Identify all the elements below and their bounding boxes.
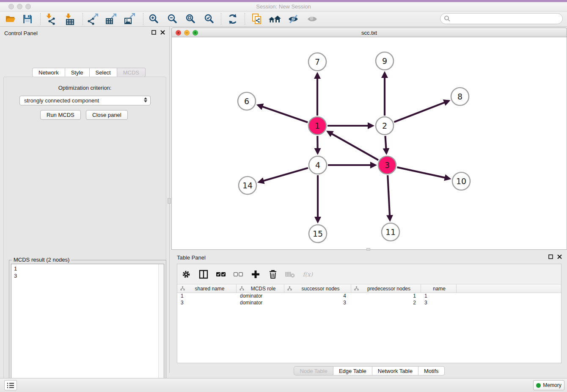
deselect-all-icon[interactable] (233, 269, 244, 280)
column-type-icon (180, 286, 185, 291)
graph-edge[interactable] (397, 167, 450, 179)
two-houses-icon[interactable] (268, 13, 281, 25)
table-panel-tabs: Node Table Edge Table Network Table Moti… (171, 366, 567, 375)
column-icon[interactable] (198, 269, 209, 280)
control-panel-tabs: Network Style Select MCDS (32, 68, 146, 77)
column-header-mcds-role[interactable]: MCDS role (237, 284, 284, 293)
horizontal-splitter-handle[interactable] (366, 248, 370, 251)
control-panel-title: Control Panel (4, 30, 38, 36)
float-panel-icon[interactable] (548, 254, 553, 259)
memory-label: Memory (543, 382, 561, 388)
tab-select[interactable]: Select (90, 68, 117, 77)
graph-node-label: 4 (315, 160, 320, 170)
graph-edge[interactable] (259, 168, 308, 182)
zoom-selected-icon[interactable] (203, 13, 215, 25)
zoom-out-icon[interactable] (166, 13, 179, 25)
titlebar: Session: New Session (0, 0, 567, 11)
result-scrollbar[interactable] (158, 264, 164, 392)
graph-node-label: 6 (244, 97, 249, 106)
close-panel-icon[interactable] (160, 30, 165, 35)
table-row[interactable]: 1 dominator 4 1 1 (177, 293, 561, 300)
export-table-icon[interactable] (105, 13, 117, 25)
toolbar-separator (143, 13, 143, 25)
network-window-title: scc.txt (172, 30, 567, 36)
close-panel-button[interactable]: Close panel (86, 110, 128, 120)
cell-successor-nodes[interactable]: 3 (284, 300, 351, 306)
toolbar-separator (40, 13, 41, 25)
mcds-result-title: MCDS result (2 nodes) (12, 257, 71, 263)
column-header-shared-name[interactable]: shared name (177, 284, 237, 293)
export-network-icon[interactable] (86, 13, 99, 25)
tab-network[interactable]: Network (32, 68, 65, 77)
eye-slash-icon[interactable] (287, 13, 300, 25)
close-panel-icon[interactable] (557, 254, 562, 259)
graph-node-label: 2 (382, 121, 387, 130)
application-window: Session: New Session (0, 0, 567, 392)
gear-icon[interactable] (181, 269, 192, 280)
mcds-result-box: MCDS result (2 nodes) 1 3 (9, 260, 166, 392)
eye-icon (306, 13, 319, 25)
chevron-updown-icon (144, 97, 147, 102)
cell-mcds-role[interactable]: dominator (237, 300, 284, 306)
save-icon[interactable] (21, 13, 34, 25)
optimization-criterion-select[interactable]: strongly connected component (19, 96, 151, 105)
cell-name[interactable]: 1 (421, 293, 457, 300)
cell-mcds-role[interactable]: dominator (237, 293, 284, 300)
network-window-titlebar[interactable]: × − + scc.txt (171, 28, 567, 37)
task-history-button[interactable] (4, 380, 17, 390)
graph-edge[interactable] (394, 101, 449, 122)
column-header-predecessor-nodes[interactable]: predecessor nodes (351, 284, 421, 293)
graph-edge[interactable] (258, 105, 308, 122)
tab-motifs[interactable]: Motifs (418, 366, 445, 375)
search-field[interactable] (451, 14, 562, 23)
cell-predecessor-nodes[interactable]: 2 (351, 300, 421, 306)
network-canvas[interactable]: 7968124314101511 (171, 37, 567, 250)
graph-edge[interactable] (385, 136, 387, 153)
tab-network-table[interactable]: Network Table (372, 366, 418, 375)
clone-network-icon[interactable] (250, 13, 263, 25)
refresh-layout-icon[interactable] (226, 13, 239, 25)
cell-shared-name[interactable]: 3 (177, 300, 237, 306)
zoom-fit-icon[interactable] (184, 13, 197, 25)
run-mcds-button[interactable]: Run MCDS (40, 110, 81, 120)
select-all-icon[interactable] (215, 269, 226, 280)
import-network-icon[interactable] (44, 13, 57, 25)
graph-node-label: 10 (456, 177, 466, 186)
list-icon (7, 382, 14, 389)
column-header-name[interactable]: name (421, 284, 457, 293)
svg-text:f(x): f(x) (303, 271, 313, 277)
graph-edge[interactable] (328, 132, 378, 160)
window-title: Session: New Session (0, 3, 567, 10)
node-table-header: shared name MCDS role successor nodes pr… (177, 284, 561, 293)
cell-name[interactable]: 3 (421, 300, 457, 306)
zoom-in-icon[interactable] (147, 13, 160, 25)
cell-predecessor-nodes[interactable]: 1 (351, 293, 421, 300)
cell-shared-name[interactable]: 1 (177, 293, 237, 300)
export-image-icon[interactable] (123, 13, 136, 25)
function-icon: f(x) (302, 269, 313, 280)
graph-node-label: 8 (457, 92, 462, 101)
cell-successor-nodes[interactable]: 4 (284, 293, 351, 300)
tab-edge-table[interactable]: Edge Table (333, 366, 372, 375)
graph-edge[interactable] (388, 175, 390, 220)
table-row[interactable]: 3 dominator 3 2 3 (177, 300, 561, 306)
column-header-successor-nodes[interactable]: successor nodes (284, 284, 351, 293)
add-icon[interactable] (250, 269, 261, 280)
control-panel: Control Panel Network Style Select MCDS … (0, 27, 170, 373)
vertical-splitter-handle[interactable] (168, 198, 171, 204)
tab-mcds[interactable]: MCDS (117, 68, 146, 77)
tab-node-table[interactable]: Node Table (294, 366, 333, 375)
result-line: 1 (14, 265, 164, 272)
open-folder-icon[interactable] (4, 13, 17, 25)
tab-style[interactable]: Style (65, 68, 90, 77)
import-table-icon[interactable] (63, 13, 76, 25)
network-view-window: × − + scc.txt 7968124314101511 (171, 28, 567, 250)
float-panel-icon[interactable] (151, 30, 156, 35)
memory-status-icon (536, 383, 541, 388)
memory-button[interactable]: Memory (533, 380, 564, 390)
search-input[interactable] (440, 13, 563, 24)
toolbar-separator (83, 13, 83, 25)
graph-node-label: 15 (313, 229, 323, 238)
trash-icon[interactable] (267, 269, 278, 280)
mcds-result-text[interactable]: 1 3 (11, 264, 164, 392)
